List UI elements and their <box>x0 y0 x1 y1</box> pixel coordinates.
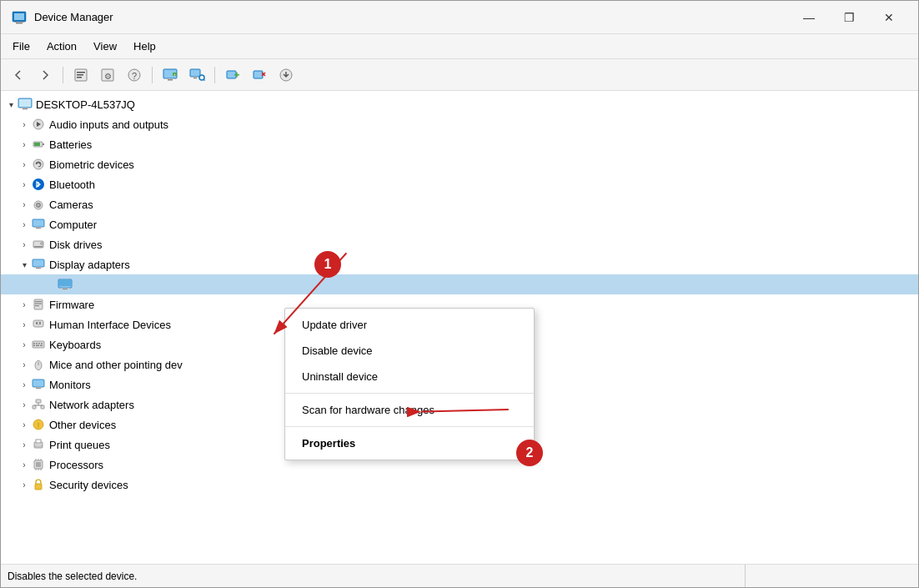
restore-button[interactable]: ❐ <box>830 4 868 31</box>
computer-expand[interactable]: › <box>18 218 31 231</box>
minimize-button[interactable]: — <box>790 4 828 31</box>
context-scan[interactable]: Scan for hardware changes <box>285 397 534 423</box>
menu-help[interactable]: Help <box>125 37 164 56</box>
svg-rect-62 <box>39 322 41 324</box>
toolbar-separator-1 <box>63 67 63 83</box>
other-expand[interactable]: › <box>18 418 31 431</box>
tree-item-cameras[interactable]: › Cameras <box>1 194 918 214</box>
close-button[interactable]: ✕ <box>870 4 908 31</box>
keyboards-label: Keyboards <box>49 339 101 351</box>
context-properties[interactable]: Properties <box>285 430 534 456</box>
context-menu: Update driver Disable device Uninstall d… <box>284 308 535 460</box>
svg-point-37 <box>33 159 43 169</box>
update-driver-button[interactable]: ⚙ <box>95 63 120 87</box>
mice-expand[interactable]: › <box>18 358 31 371</box>
print-icon <box>31 437 46 452</box>
tree-item-audio[interactable]: › Audio inputs and outputs <box>1 114 918 134</box>
window-title: Device Manager <box>34 11 790 23</box>
tree-root[interactable]: ▾ DESKTOP-4L537JQ <box>1 94 918 114</box>
keyboard-icon <box>31 337 46 352</box>
toolbar-separator-2 <box>152 67 153 83</box>
svg-text:!: ! <box>38 421 40 430</box>
computer-tree-icon <box>31 217 46 232</box>
processor-icon <box>31 457 46 472</box>
svg-rect-3 <box>14 22 24 23</box>
display-expand[interactable]: ▾ <box>18 258 31 271</box>
add-button[interactable] <box>220 63 245 87</box>
display-icon <box>31 257 46 272</box>
back-button[interactable] <box>6 63 31 87</box>
remove-button[interactable] <box>247 63 272 87</box>
batteries-expand[interactable]: › <box>18 138 31 151</box>
svg-rect-96 <box>35 484 42 490</box>
tree-item-batteries[interactable]: › Batteries <box>1 134 918 154</box>
processors-expand[interactable]: › <box>18 458 31 471</box>
disk-expand[interactable]: › <box>18 238 31 251</box>
svg-rect-45 <box>34 227 43 228</box>
tree-item-security[interactable]: › Security devices <box>1 475 918 495</box>
svg-rect-77 <box>36 400 41 403</box>
show-computer-button[interactable]: + <box>158 63 183 87</box>
download-button[interactable] <box>274 63 299 87</box>
context-separator-1 <box>285 393 534 394</box>
svg-rect-68 <box>41 343 43 344</box>
svg-rect-65 <box>33 343 35 344</box>
tree-item-display-child[interactable] <box>1 274 918 294</box>
disk-icon <box>31 237 46 252</box>
svg-rect-36 <box>34 143 40 146</box>
svg-rect-70 <box>36 345 39 347</box>
root-expand-arrow[interactable]: ▾ <box>4 98 18 111</box>
battery-icon <box>31 137 46 152</box>
hid-expand[interactable]: › <box>18 318 31 331</box>
context-disable-device[interactable]: Disable device <box>285 338 534 364</box>
scan-button[interactable] <box>184 63 209 87</box>
toolbar-separator-3 <box>214 67 215 83</box>
menu-view[interactable]: View <box>85 37 125 56</box>
display-child-icon <box>58 277 73 292</box>
print-expand[interactable]: › <box>18 438 31 451</box>
bluetooth-label: Bluetooth <box>49 178 95 191</box>
svg-text:?: ? <box>132 71 137 81</box>
tree-item-computer[interactable]: › Computer <box>1 214 918 234</box>
svg-rect-14 <box>165 78 175 79</box>
svg-text:⚙: ⚙ <box>104 72 112 81</box>
hid-label: Human Interface Devices <box>49 319 171 331</box>
context-update-driver[interactable]: Update driver <box>285 312 534 338</box>
biometric-icon <box>31 157 46 172</box>
menubar: File Action View Help <box>1 34 918 59</box>
tree-item-display[interactable]: ▾ Display adapters <box>1 254 918 274</box>
camera-icon <box>31 197 46 212</box>
tree-item-disk[interactable]: › Disk drives <box>1 234 918 254</box>
svg-rect-74 <box>33 379 44 387</box>
firmware-expand[interactable]: › <box>18 298 31 311</box>
network-expand[interactable]: › <box>18 398 31 411</box>
annotation-1: 1 <box>314 251 341 278</box>
svg-rect-43 <box>33 219 44 227</box>
properties-button[interactable] <box>68 63 93 87</box>
tree-item-bluetooth[interactable]: › Bluetooth <box>1 174 918 194</box>
keyboards-expand[interactable]: › <box>18 338 31 351</box>
bluetooth-expand[interactable]: › <box>18 178 31 191</box>
menu-file[interactable]: File <box>4 37 38 56</box>
security-expand[interactable]: › <box>18 478 31 491</box>
monitors-expand[interactable]: › <box>18 378 31 391</box>
biometric-expand[interactable]: › <box>18 158 31 171</box>
forward-button[interactable] <box>33 63 58 87</box>
disk-label: Disk drives <box>49 239 103 251</box>
statusbar-text: Disables the selected device. <box>8 570 745 582</box>
svg-rect-79 <box>41 405 44 409</box>
context-uninstall-device[interactable]: Uninstall device <box>285 364 534 389</box>
batteries-label: Batteries <box>49 138 92 151</box>
biometric-label: Biometric devices <box>49 158 134 171</box>
help-button[interactable]: ? <box>122 63 147 87</box>
svg-rect-69 <box>33 345 35 347</box>
cameras-expand[interactable]: › <box>18 198 31 211</box>
menu-action[interactable]: Action <box>38 37 85 56</box>
svg-rect-1 <box>14 13 24 20</box>
display-child-expand[interactable] <box>44 278 58 291</box>
tree-item-biometric[interactable]: › Biometric devices <box>1 154 918 174</box>
computer-label: Computer <box>49 219 97 231</box>
audio-expand[interactable]: › <box>18 118 31 131</box>
svg-rect-50 <box>36 268 41 269</box>
security-label: Security devices <box>49 479 128 491</box>
